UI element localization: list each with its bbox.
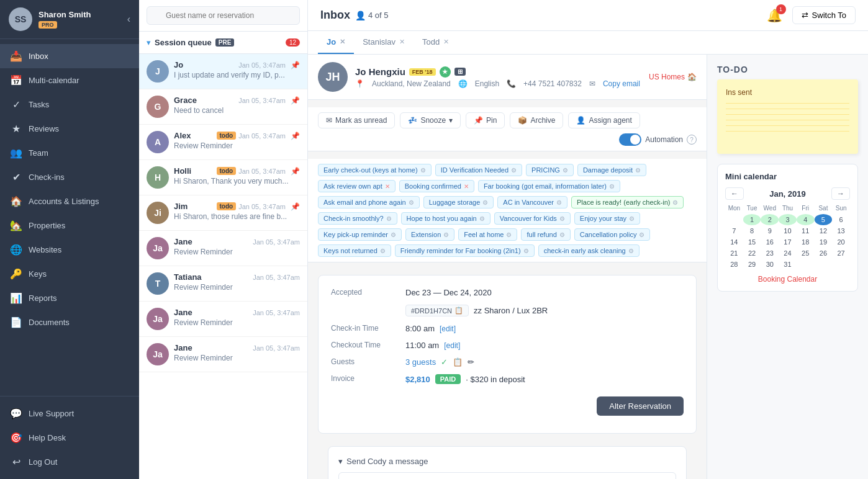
calendar-day[interactable]: 28 (725, 259, 743, 270)
search-input[interactable] (147, 6, 300, 25)
alter-reservation-button[interactable]: Alter Reservation (597, 396, 684, 416)
calendar-day[interactable]: 10 (779, 225, 797, 236)
chevron-down-icon[interactable]: ▾ (147, 38, 151, 47)
sidebar-item-reports[interactable]: 📊 Reports (0, 286, 139, 310)
list-item[interactable]: Ji Jim todo Jan 05, 3:47am 📌 Hi Sharon, … (139, 195, 307, 231)
calendar-day[interactable]: 4 (797, 214, 815, 225)
list-item[interactable]: A Alex todo Jan 05, 3:47am 📌 Review Remi… (139, 125, 307, 160)
tag-pricing[interactable]: PRICING ⚙ (526, 164, 574, 176)
calendar-day[interactable]: 31 (779, 259, 797, 270)
tag-checkin-early-cleaning[interactable]: check-in early ask cleaning ⚙ (538, 244, 640, 257)
tab-jo[interactable]: Jo ✕ (318, 31, 354, 54)
tag-booking-confirmed[interactable]: Booking confirmed ✕ (399, 180, 474, 192)
copy-icon[interactable]: 📋 (454, 307, 463, 315)
next-month-button[interactable]: → (831, 187, 850, 200)
tab-stanislav[interactable]: Stanislav ✕ (354, 31, 414, 54)
sidebar-item-team[interactable]: 👥 Team (0, 141, 139, 165)
calendar-day[interactable]: 21 (725, 248, 743, 259)
calendar-day[interactable]: 30 (761, 259, 779, 270)
calendar-day[interactable]: 22 (743, 248, 761, 259)
sidebar-item-live-support[interactable]: 💬 Live Support (0, 401, 139, 426)
calendar-day[interactable]: 11 (797, 225, 815, 236)
sidebar-item-log-out[interactable]: ↩ Log Out (0, 450, 139, 474)
collapse-sidebar-icon[interactable]: ‹ (127, 14, 130, 25)
checkin-edit-link[interactable]: [edit] (440, 325, 456, 333)
sidebar-item-inbox[interactable]: 📥 Inbox (0, 44, 139, 68)
automation-toggle-switch[interactable] (619, 133, 641, 146)
calendar-day[interactable]: 8 (743, 225, 761, 236)
list-item[interactable]: T Tatiana Jan 05, 3:47am Review Reminder (139, 266, 307, 302)
list-item[interactable]: Ja Jane Jan 05, 3:47am Review Reminder (139, 302, 307, 337)
snooze-button[interactable]: 💤 Snooze ▾ (400, 112, 461, 128)
calendar-day[interactable]: 18 (797, 236, 815, 248)
tag-cancellation-policy[interactable]: Cancellation policy ⚙ (574, 228, 651, 241)
table-icon[interactable]: 📋 (453, 357, 463, 367)
prev-month-button[interactable]: ← (725, 187, 744, 200)
tag-damage-deposit[interactable]: Damage deposit ⚙ (577, 164, 646, 176)
calendar-day[interactable]: 13 (832, 225, 850, 236)
tag-feel-at-home[interactable]: Feel at home ⚙ (458, 228, 517, 241)
notification-button[interactable]: 🔔 1 (767, 8, 782, 23)
tag-key-pickup[interactable]: Key pick-up reminder ⚙ (318, 228, 402, 241)
calendar-day[interactable]: 9 (761, 225, 779, 236)
checkout-edit-link[interactable]: [edit] (444, 341, 460, 350)
calendar-day[interactable]: 20 (832, 236, 850, 248)
mark-unread-button[interactable]: ✉ Mark as unread (318, 112, 395, 128)
tag-id-verification[interactable]: ID Verification Needed ⚙ (435, 164, 522, 176)
close-icon[interactable]: ✕ (399, 38, 405, 46)
tag-extension[interactable]: Extension ⚙ (405, 228, 454, 241)
list-item[interactable]: J Jo Jan 05, 3:47am 📌 I just update and … (139, 54, 307, 89)
list-item[interactable]: Ja Jane Jan 05, 3:47am Review Reminder (139, 231, 307, 266)
calendar-day[interactable]: 14 (725, 236, 743, 248)
calendar-day[interactable]: 7 (725, 225, 743, 236)
archive-button[interactable]: 📦 Archive (510, 112, 563, 128)
close-icon[interactable]: ✕ (443, 38, 449, 46)
tag-enjoy-stay[interactable]: Enjoy your stay ⚙ (574, 212, 640, 225)
edit-guests-icon[interactable]: ✏ (468, 357, 474, 367)
sidebar-item-reviews[interactable]: ★ Reviews (0, 117, 139, 141)
tag-checkin-smoothly[interactable]: Check-in smoothly? ⚙ (318, 212, 397, 225)
switch-to-button[interactable]: ⇄ Switch To (792, 6, 856, 24)
calendar-day[interactable]: 5 (815, 214, 833, 225)
close-icon[interactable]: ✕ (340, 38, 345, 46)
calendar-day[interactable]: 25 (797, 248, 815, 259)
sidebar-item-accounts-listings[interactable]: 🏠 Accounts & Listings (0, 189, 139, 213)
sidebar-item-keys[interactable]: 🔑 Keys (0, 262, 139, 286)
tag-far-booking[interactable]: Far booking (got email, information late… (478, 180, 620, 192)
calendar-day[interactable]: 29 (743, 259, 761, 270)
tag-hope-host[interactable]: Hope to host you again ⚙ (401, 212, 491, 225)
copy-email-link[interactable]: Copy email (603, 79, 640, 88)
list-item[interactable]: H Holli todo Jan 05, 3:47am 📌 Hi Sharon,… (139, 160, 307, 195)
tag-ac-vancouver[interactable]: AC in Vancouver ⚙ (497, 196, 567, 208)
tag-full-refund[interactable]: full refund ⚙ (521, 228, 570, 241)
tag-early-checkout[interactable]: Early check-out (keys at home) ⚙ (318, 164, 432, 176)
calendar-day[interactable]: 1 (743, 214, 761, 225)
tag-ask-review[interactable]: Ask review own apt ✕ (318, 180, 396, 192)
calendar-day[interactable]: 19 (815, 236, 833, 248)
calendar-day[interactable]: 2 (761, 214, 779, 225)
calendar-day[interactable]: 12 (815, 225, 833, 236)
sidebar-item-properties[interactable]: 🏡 Properties (0, 213, 139, 238)
message-input[interactable] (338, 472, 676, 479)
sidebar-item-websites[interactable]: 🌐 Websites (0, 238, 139, 262)
assign-agent-button[interactable]: 👤 Assign agent (568, 112, 640, 128)
calendar-day[interactable]: 27 (832, 248, 850, 259)
calendar-day[interactable]: 6 (832, 214, 850, 225)
tag-keys-not-returned[interactable]: Keys not returned ⚙ (318, 244, 391, 257)
sidebar-item-documents[interactable]: 📄 Documents (0, 310, 139, 334)
list-item[interactable]: Ja Jane Jan 05, 3:47am Review Reminder (139, 337, 307, 372)
calendar-day[interactable]: 23 (761, 248, 779, 259)
sidebar-item-help-desk[interactable]: 🎯 Help Desk (0, 426, 139, 450)
tag-vancouver-kids[interactable]: Vancouver for Kids ⚙ (494, 212, 571, 225)
calendar-day[interactable]: 15 (743, 236, 761, 248)
tab-todd[interactable]: Todd ✕ (414, 31, 458, 54)
tag-luggage-storage[interactable]: Luggage storage ⚙ (423, 196, 494, 208)
sidebar-item-check-ins[interactable]: ✔ Check-ins (0, 165, 139, 189)
sidebar-item-multi-calendar[interactable]: 📅 Multi-calendar (0, 68, 139, 92)
send-message-header[interactable]: ▾ Send Cody a message (338, 457, 676, 466)
list-item[interactable]: G Grace Jan 05, 3:47am 📌 Need to cancel (139, 89, 307, 125)
calendar-day[interactable]: 24 (779, 248, 797, 259)
calendar-day[interactable]: 17 (779, 236, 797, 248)
calendar-day[interactable]: 3 (779, 214, 797, 225)
booking-calendar-link[interactable]: Booking Calendar (725, 275, 850, 284)
